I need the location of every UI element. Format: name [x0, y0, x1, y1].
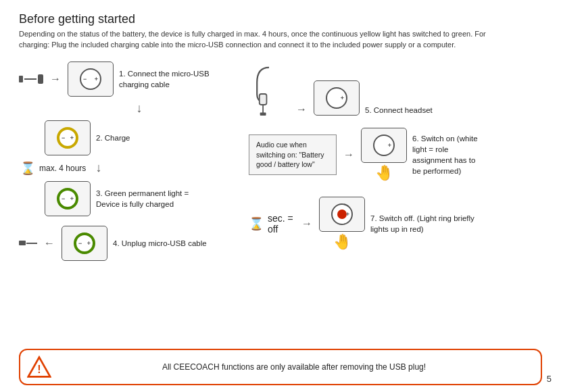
hourglass-icon: ⌛ [20, 161, 35, 176]
indicator-circle-step6: + [373, 134, 395, 156]
device-hand-container-7: + 🤚 [319, 197, 365, 251]
step-2-text: 2. Charge [96, 132, 130, 143]
warning-triangle-icon: ! [27, 355, 51, 379]
minus-label-3: − [62, 195, 65, 202]
device-box-step5: + [314, 80, 360, 116]
step-4-row: ← − + 4. Unplug micro-USB cable [19, 226, 235, 261]
device-hand-container-6: + 🤚 [361, 128, 407, 182]
audio-cue-text: Audio cue when switching on: "Battery go… [256, 141, 324, 168]
step-4-text: 4. Unplug micro-USB cable [113, 238, 207, 249]
arrow-down-1: ↓ [43, 101, 235, 116]
plus-label-3: + [70, 195, 74, 202]
arrow-down-2: ↓ [95, 161, 101, 175]
plus-label-4: + [87, 240, 91, 247]
cable-head [38, 74, 43, 84]
step-1-row: → − + 1. Connect the micro-USB charging … [19, 62, 235, 97]
max-hours-text: max. 4 hours [39, 164, 86, 173]
plus-label-7: + [346, 211, 349, 218]
main-content: → − + 1. Connect the micro-USB charging … [19, 62, 542, 261]
warning-box: ! All CEECOACH functions are only availa… [19, 349, 542, 385]
plus-label: + [95, 76, 98, 82]
step-5-text: 5. Connect headset [365, 105, 433, 116]
sc-line [26, 243, 37, 244]
step-7-row: ⌛ sec. = off → + 🤚 7. Switch [249, 197, 479, 251]
step-7-text: 7. Switch off. (Light ring briefly light… [370, 213, 479, 235]
indicator-green-4: − + [74, 232, 95, 254]
cable-line [24, 78, 36, 80]
arrow-step6: → [343, 149, 354, 161]
step-1-text: 1. Connect the micro-USB charging cable [119, 68, 227, 90]
page: Before getting started Depending on the … [0, 0, 561, 392]
plus-label-2: + [70, 134, 74, 141]
step-3-row: − + 3. Green permanent light = Device is… [19, 181, 235, 216]
sec-off-row: ⌛ sec. = off [249, 213, 293, 235]
right-column: → + 5. Connect headset Audio cue when sw… [249, 62, 479, 261]
indicator-red: + [331, 203, 353, 225]
minus-label-4: − [78, 240, 82, 247]
warning-text: All CEECOACH functions are only availabl… [58, 362, 530, 372]
cable-plug [19, 76, 23, 82]
step-6-text: 6. Switch on (white light = role assignm… [412, 133, 479, 176]
hand-press-icon-6: 🤚 [375, 164, 393, 182]
sc-rect [19, 241, 26, 245]
svg-rect-2 [260, 112, 266, 115]
indicator-circle-step5: + [326, 87, 347, 109]
sec-off-text: sec. = off [268, 213, 293, 235]
hourglass-icon-2: ⌛ [249, 216, 264, 231]
indicator-green: − + [57, 188, 78, 210]
small-cable-icon [19, 241, 37, 245]
plus-label-5: + [341, 95, 344, 101]
device-box-step2: − + [45, 120, 91, 155]
max-hours-row: ⌛ max. 4 hours ↓ [19, 161, 235, 176]
step-6-row: Audio cue when switching on: "Battery go… [249, 128, 479, 182]
arrow-left-icon: ← [44, 237, 55, 249]
plus-label-6: + [388, 142, 391, 149]
left-column: → − + 1. Connect the micro-USB charging … [19, 62, 235, 261]
svg-text:!: ! [37, 363, 41, 375]
intro-text: Depending on the status of the battery, … [19, 29, 506, 51]
device-box-step4: − + [62, 226, 107, 261]
audio-cue-box: Audio cue when switching on: "Battery go… [249, 134, 337, 175]
indicator-circle-step1: − + [80, 68, 101, 90]
device-box-step3: − + [45, 181, 91, 216]
step-2-row: − + 2. Charge [19, 120, 235, 155]
device-box-step1: − + [68, 62, 114, 97]
hand-press-icon-7: 🤚 [333, 233, 351, 251]
arrow-step7: → [301, 218, 312, 230]
headset-svg [249, 62, 289, 116]
usb-cable-icon [19, 74, 43, 84]
device-box-step6: + [361, 128, 407, 163]
indicator-yellow: − + [57, 127, 78, 149]
svg-rect-0 [260, 94, 267, 105]
device-box-step7: + [319, 197, 365, 232]
minus-label: − [83, 76, 87, 82]
arrow-step5: → [296, 103, 307, 116]
step-5-row: → + 5. Connect headset [249, 62, 479, 116]
step-3-text: 3. Green permanent light = Device is ful… [96, 188, 204, 210]
page-title: Before getting started [19, 12, 542, 26]
minus-label-2: − [62, 134, 65, 141]
page-number: 5 [547, 374, 552, 384]
arrow-right-icon: → [50, 73, 61, 85]
